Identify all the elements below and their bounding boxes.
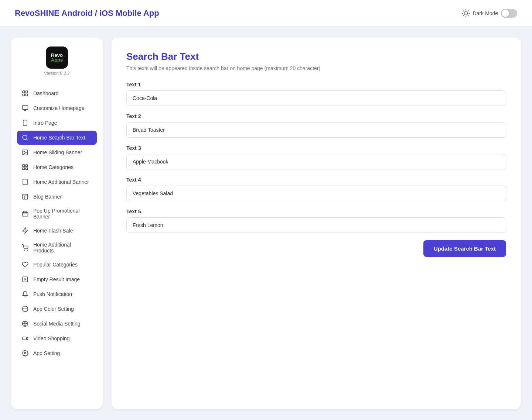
sidebar-label-app-color-setting: App Color Setting xyxy=(33,306,74,312)
search-icon xyxy=(21,134,29,141)
field-group-2: Text 2 xyxy=(126,113,506,138)
logo-box: Revo Apps xyxy=(46,47,68,69)
color-icon xyxy=(21,305,29,313)
svg-line-9 xyxy=(26,139,27,140)
text-input-4[interactable] xyxy=(126,186,506,201)
sidebar-item-home-flash-sale[interactable]: Home Flash Sale xyxy=(17,224,97,238)
image-icon xyxy=(21,149,29,156)
moon-icon xyxy=(462,9,470,17)
sidebar-item-app-color-setting[interactable]: App Color Setting xyxy=(17,302,97,316)
svg-rect-12 xyxy=(23,165,24,166)
sidebar-item-social-media-setting[interactable]: Social Media Setting xyxy=(17,317,97,331)
field-label-4: Text 4 xyxy=(126,177,506,183)
popup-icon xyxy=(21,210,29,217)
svg-rect-15 xyxy=(26,168,28,170)
main-layout: Revo Apps Version 8.2.2 Dashboard Custom… xyxy=(0,27,532,420)
svg-rect-1 xyxy=(23,91,24,93)
svg-marker-23 xyxy=(23,228,28,234)
field-group-1: Text 1 xyxy=(126,82,506,106)
sidebar-label-dashboard: Dashboard xyxy=(33,90,59,96)
field-label-3: Text 3 xyxy=(126,145,506,151)
sidebar-logo: Revo Apps Version 8.2.2 xyxy=(17,47,97,76)
sidebar-label-customize-homepage: Customize Homepage xyxy=(33,105,85,111)
sidebar-label-blog-banner: Blog Banner xyxy=(33,194,62,200)
sidebar-item-empty-result-image[interactable]: Empty Result Image xyxy=(17,272,97,286)
sidebar-label-home-sliding-banner: Home Sliding Banner xyxy=(33,149,82,155)
empty-image-icon xyxy=(21,276,29,283)
sidebar-label-home-categories: Home Categories xyxy=(33,164,74,170)
sidebar-item-customize-homepage[interactable]: Customize Homepage xyxy=(17,101,97,115)
sidebar-item-popup-promotional-banner[interactable]: Pop Up Promotional Banner xyxy=(17,204,97,223)
update-search-bar-text-button[interactable]: Update Search Bar Text xyxy=(423,240,506,257)
sidebar-label-push-notification: Push Notification xyxy=(33,291,72,297)
header: RevoSHINE Android / iOS Mobile App Dark … xyxy=(0,0,532,27)
gear-icon xyxy=(21,350,29,357)
sidebar-label-home-flash-sale: Home Flash Sale xyxy=(33,228,73,234)
sidebar-item-home-additional-products[interactable]: Home Additional Products xyxy=(17,238,97,257)
dark-mode-area: Dark Mode xyxy=(462,9,517,18)
sidebar-label-home-additional-banner: Home Additional Banner xyxy=(33,179,89,185)
video-icon xyxy=(21,335,29,342)
bell-icon xyxy=(21,290,29,298)
svg-rect-14 xyxy=(23,168,24,170)
sidebar-item-popular-categories[interactable]: Popular Categories xyxy=(17,258,97,272)
layout-icon xyxy=(21,104,29,112)
svg-rect-2 xyxy=(26,91,28,93)
sidebar-item-home-search-bar-text[interactable]: Home Search Bar Text xyxy=(17,131,97,145)
svg-rect-3 xyxy=(23,94,24,96)
sidebar-item-home-sliding-banner[interactable]: Home Sliding Banner xyxy=(17,145,97,159)
svg-point-34 xyxy=(24,352,26,354)
sidebar-item-home-categories[interactable]: Home Categories xyxy=(17,160,97,174)
text-input-5[interactable] xyxy=(126,217,506,233)
sidebar-label-popup-promotional-banner: Pop Up Promotional Banner xyxy=(33,208,92,220)
sidebar-label-empty-result-image: Empty Result Image xyxy=(33,276,80,282)
globe-icon xyxy=(21,320,29,327)
app-title: RevoSHINE Android / iOS Mobile App xyxy=(15,8,159,18)
dark-mode-label: Dark Mode xyxy=(473,10,498,16)
svg-rect-5 xyxy=(23,106,28,110)
sidebar-item-blog-banner[interactable]: Blog Banner xyxy=(17,190,97,204)
sidebar-item-push-notification[interactable]: Push Notification xyxy=(17,287,97,301)
field-group-5: Text 5 xyxy=(126,209,506,233)
sidebar-label-home-additional-products: Home Additional Products xyxy=(33,242,92,254)
phone-icon xyxy=(21,119,29,127)
svg-point-11 xyxy=(24,151,24,152)
logo-apps: Apps xyxy=(51,58,63,62)
cart-icon xyxy=(21,244,29,251)
blog-icon xyxy=(21,193,29,200)
svg-point-0 xyxy=(464,11,467,15)
sidebar-label-video-shopping: Video Shopping xyxy=(33,335,70,341)
sidebar-label-app-setting: App Setting xyxy=(33,350,60,356)
svg-point-25 xyxy=(27,250,28,251)
text-input-2[interactable] xyxy=(126,122,506,138)
dark-mode-toggle[interactable] xyxy=(501,9,517,18)
sidebar-item-video-shopping[interactable]: Video Shopping xyxy=(17,331,97,345)
field-label-5: Text 5 xyxy=(126,209,506,214)
text-input-3[interactable] xyxy=(126,154,506,169)
svg-rect-32 xyxy=(23,337,27,340)
heart-icon xyxy=(21,261,29,268)
field-group-3: Text 3 xyxy=(126,145,506,169)
sidebar-label-home-search-bar-text: Home Search Bar Text xyxy=(33,135,85,141)
svg-rect-18 xyxy=(23,194,28,199)
main-content: Search Bar Text This texts will be appea… xyxy=(112,38,521,409)
svg-point-24 xyxy=(24,250,25,251)
sidebar-item-intro-page[interactable]: Intro Page xyxy=(17,116,97,130)
svg-rect-4 xyxy=(26,94,28,96)
svg-rect-13 xyxy=(26,165,28,166)
svg-point-8 xyxy=(23,135,27,140)
sidebar-label-social-media-setting: Social Media Setting xyxy=(33,321,81,327)
field-label-2: Text 2 xyxy=(126,113,506,119)
sidebar-item-dashboard[interactable]: Dashboard xyxy=(17,86,97,100)
text-input-1[interactable] xyxy=(126,90,506,106)
sidebar-item-app-setting[interactable]: App Setting xyxy=(17,346,97,360)
categories-icon xyxy=(21,163,29,171)
page-title: Search Bar Text xyxy=(126,51,506,62)
grid-icon xyxy=(21,90,29,97)
flash-icon xyxy=(21,227,29,234)
sidebar: Revo Apps Version 8.2.2 Dashboard Custom… xyxy=(11,38,103,409)
logo-version: Version 8.2.2 xyxy=(44,71,70,76)
tablet-icon xyxy=(21,178,29,186)
sidebar-label-popular-categories: Popular Categories xyxy=(33,262,78,268)
sidebar-item-home-additional-banner[interactable]: Home Additional Banner xyxy=(17,175,97,189)
